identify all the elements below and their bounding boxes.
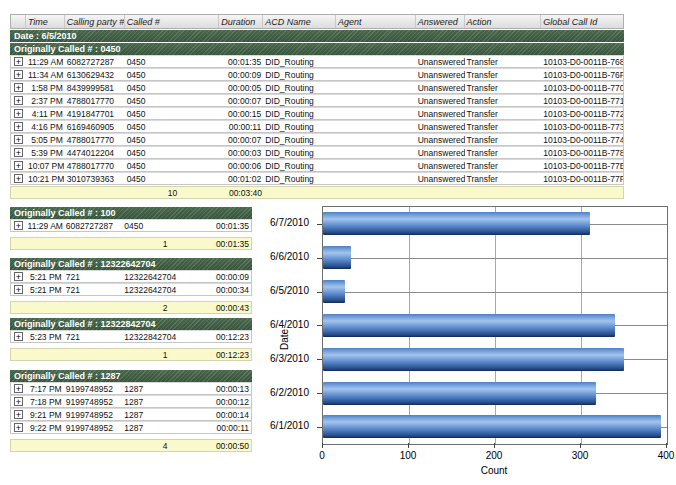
expand-icon[interactable]: + (14, 174, 23, 183)
bar-6-3-2010 (323, 348, 624, 371)
cell-time: 4:16 PM (26, 122, 65, 132)
date-group-header: Date : 6/5/2010 (10, 30, 624, 42)
cell-time: 4:11 PM (26, 109, 65, 119)
cell-duration: 00:00:14 (208, 410, 251, 420)
expand-icon[interactable]: + (14, 135, 23, 144)
called-group-header: Originally Called # : 100 (10, 207, 252, 219)
x-tick-label: 200 (486, 450, 503, 461)
cell-called: 1287 (122, 410, 208, 420)
x-tick (494, 443, 495, 448)
bar-row (323, 309, 667, 343)
expand-icon[interactable]: + (14, 384, 23, 393)
col-duration[interactable]: Duration (219, 15, 263, 28)
cell-called: 12322642704 (122, 285, 208, 295)
cell-calling-party: 3010739363 (65, 174, 125, 184)
cell-global-call-id: 10103-D0-0011B-77E (541, 161, 623, 171)
table-row: + 5:39 PM 4474012204 0450 00:00:03 DID_R… (10, 146, 624, 159)
expand-icon[interactable]: + (14, 109, 23, 118)
bar-6-1-2010 (323, 415, 661, 438)
cell-acd-name: DID_Routing (263, 135, 336, 145)
y-axis-labels: 6/7/2010 6/6/2010 6/5/2010 6/4/2010 6/3/… (272, 206, 316, 443)
expand-icon[interactable]: + (14, 70, 23, 79)
cell-duration: 00:00:13 (208, 384, 251, 394)
cell-calling-party: 721 (64, 272, 123, 282)
expand-icon[interactable]: + (14, 410, 23, 419)
expand-icon[interactable]: + (14, 272, 23, 281)
col-action[interactable]: Action (465, 15, 542, 28)
cell-answered: Unanswered (416, 96, 465, 106)
cell-duration: 00:01:35 (219, 57, 263, 67)
table-row: + 5:05 PM 4788017770 0450 00:00:07 DID_R… (10, 133, 624, 146)
cell-answered: Unanswered (416, 161, 465, 171)
cell-time: 5:39 PM (26, 148, 65, 158)
cell-calling-party: 4788017770 (65, 161, 125, 171)
cell-global-call-id: 10103-D0-0011B-76F (541, 70, 623, 80)
cell-time: 9:21 PM (26, 410, 64, 420)
expand-icon[interactable]: + (14, 161, 23, 170)
col-agent[interactable]: Agent (336, 15, 416, 28)
expand-icon[interactable]: + (14, 397, 23, 406)
cell-calling-party: 4788017770 (65, 96, 125, 106)
cell-global-call-id: 10103-D0-0011B-768 (541, 57, 623, 67)
expand-icon[interactable]: + (14, 221, 23, 230)
col-called[interactable]: Called # (125, 15, 220, 28)
cell-time: 10:07 PM (26, 161, 65, 171)
cell-global-call-id: 10103-D0-0011B-772 (541, 109, 623, 119)
summary-count: 2 (122, 303, 208, 313)
cell-global-call-id: 10103-D0-0011B-771 (541, 96, 623, 106)
cell-time: 7:18 PM (26, 397, 64, 407)
cell-global-call-id: 10103-D0-0011B-770 (541, 83, 623, 93)
table-row: + 10:21 PM 3010739363 0450 00:01:02 DID_… (10, 172, 624, 185)
cell-duration: 00:12:23 (208, 332, 251, 342)
called-group-header: Originally Called # : 12322842704 (10, 318, 252, 330)
summary-row: 2 00:00:43 (10, 301, 252, 314)
cell-called: 0450 (125, 174, 220, 184)
table-row: + 5:23 PM 721 12322842704 00:12:23 (10, 330, 252, 343)
expand-icon[interactable]: + (14, 96, 23, 105)
table-row: + 9:21 PM 9199748952 1287 00:00:14 (10, 408, 252, 421)
col-global-call-id[interactable]: Global Call Id (541, 15, 623, 28)
table-row: + 7:18 PM 9199748952 1287 00:00:12 (10, 395, 252, 408)
summary-duration: 00:12:23 (208, 350, 251, 360)
cell-called: 0450 (125, 122, 220, 132)
expand-icon[interactable]: + (14, 148, 23, 157)
cell-calling-party: 9199748952 (64, 384, 123, 394)
expand-icon[interactable]: + (14, 83, 23, 92)
cell-answered: Unanswered (416, 122, 465, 132)
col-calling-party[interactable]: Calling party # (65, 15, 125, 28)
expand-icon[interactable]: + (14, 285, 23, 294)
cell-calling-party: 9199748952 (64, 397, 123, 407)
expand-icon[interactable]: + (14, 57, 23, 66)
cell-action: Transfer (465, 135, 542, 145)
cell-calling-party: 9199748952 (64, 410, 123, 420)
cell-answered: Unanswered (416, 135, 465, 145)
bar-6-7-2010 (323, 212, 590, 235)
col-acd-name[interactable]: ACD Name (263, 15, 336, 28)
summary-duration: 00:00:43 (208, 303, 251, 313)
cell-time: 5:21 PM (26, 272, 64, 282)
table-row: + 5:21 PM 721 12322642704 00:00:34 (10, 283, 252, 296)
table-row: + 11:29 AM 6082727287 0450 00:01:35 (10, 219, 252, 232)
col-time[interactable]: Time (26, 15, 65, 28)
expand-icon[interactable]: + (14, 122, 23, 131)
cell-time: 11:29 AM (26, 57, 65, 67)
cell-called: 0450 (125, 148, 220, 158)
cell-duration: 00:00:09 (219, 70, 263, 80)
expand-icon[interactable]: + (14, 332, 23, 341)
cell-called: 0450 (125, 96, 220, 106)
cell-calling-party: 8439999581 (65, 83, 125, 93)
bar-row (323, 207, 667, 241)
cell-duration: 00:00:05 (219, 83, 263, 93)
cell-action: Transfer (465, 148, 542, 158)
cell-calling-party: 6082727287 (64, 221, 123, 231)
cell-action: Transfer (465, 70, 542, 80)
table-header-row: Time Calling party # Called # Duration A… (10, 14, 624, 29)
group-section-12322642704: Originally Called # : 12322642704 + 5:21… (10, 258, 252, 314)
y-tick-label: 6/3/2010 (272, 341, 316, 375)
group-section-12322842704: Originally Called # : 12322842704 + 5:23… (10, 318, 252, 361)
cell-duration: 00:00:34 (208, 285, 251, 295)
expand-icon[interactable]: + (14, 423, 23, 432)
cell-called: 1287 (122, 384, 208, 394)
col-answered[interactable]: Answered (416, 15, 465, 28)
cell-acd-name: DID_Routing (263, 70, 336, 80)
